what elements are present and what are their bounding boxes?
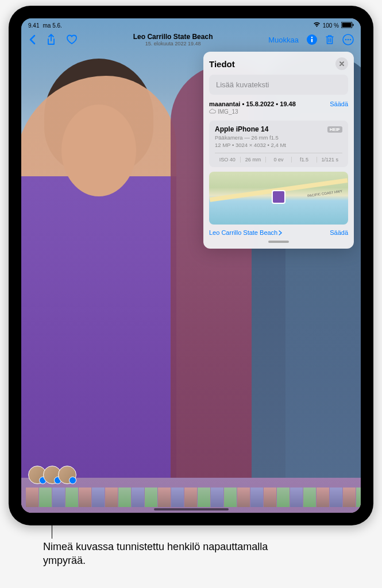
svg-rect-2: [353, 24, 354, 26]
svg-point-8: [348, 39, 349, 41]
map-road-label: PACIFIC COAST HWY: [307, 189, 342, 198]
svg-point-9: [350, 39, 352, 41]
thumbnail[interactable]: [250, 488, 263, 507]
thumbnail[interactable]: [79, 488, 91, 507]
thumbnail[interactable]: [277, 488, 290, 507]
adjust-location-button[interactable]: Säädä: [330, 229, 348, 236]
thumbnail[interactable]: [303, 488, 316, 507]
info-panel: Tiedot Lisää kuvateksti maanantai • 15.8…: [203, 52, 354, 249]
thumbnail[interactable]: [237, 488, 250, 507]
header-title-block: Leo Carrillo State Beach 15. elokuuta 20…: [133, 33, 213, 47]
thumbnail[interactable]: [198, 488, 210, 507]
resolution-info: 12 MP • 3024 × 4032 • 2,4 Mt: [215, 142, 342, 148]
wifi-icon: [313, 22, 321, 29]
photo-subtitle: 15. elokuuta 2022 19.48: [133, 41, 213, 47]
delete-button[interactable]: [325, 34, 334, 45]
more-button[interactable]: [342, 34, 354, 45]
lens-info: Pääkamera — 26 mm f1.5: [215, 134, 342, 141]
photo-filename: IMG_13: [209, 109, 296, 115]
svg-point-4: [311, 37, 313, 38]
cloud-icon: [209, 109, 216, 115]
info-button[interactable]: [307, 34, 317, 45]
thumbnail[interactable]: [145, 488, 157, 507]
exif-focal: 26 mm: [241, 157, 267, 163]
status-date: ma 5.6.: [43, 22, 61, 29]
home-indicator[interactable]: [154, 508, 229, 510]
photo-date: maanantai • 15.8.2022 • 19.48: [209, 100, 296, 107]
status-bar: 9.41 ma 5.6. 100 %: [21, 20, 361, 31]
screen: 9.41 ma 5.6. 100 %: [21, 18, 361, 513]
thumbnail[interactable]: [118, 488, 131, 507]
close-button[interactable]: [335, 57, 348, 70]
thumbnail[interactable]: [132, 488, 144, 507]
thumbnail[interactable]: [65, 488, 78, 507]
exif-aperture: f1.5: [292, 157, 318, 163]
svg-rect-5: [311, 39, 312, 42]
thumbnail[interactable]: [26, 488, 38, 507]
thumbnail[interactable]: [356, 488, 361, 507]
info-panel-title: Tiedot: [209, 59, 235, 69]
exif-shutter: 1/121 s: [317, 157, 342, 163]
exif-iso: ISO 40: [215, 157, 241, 163]
exif-ev: 0 ev: [266, 157, 292, 163]
status-time: 9.41: [28, 22, 39, 29]
location-map[interactable]: PACIFIC COAST HWY: [209, 172, 348, 225]
thumbnail[interactable]: [184, 488, 197, 507]
map-pin-icon: [272, 190, 285, 204]
battery-icon: [341, 22, 354, 29]
callout-text: Nimeä kuvassa tunnistettu henkilö napaut…: [43, 540, 284, 568]
thumbnail[interactable]: [39, 488, 52, 507]
thumbnail[interactable]: [264, 488, 276, 507]
favorite-button[interactable]: [66, 34, 78, 45]
thumbnail[interactable]: [330, 488, 342, 507]
caption-input[interactable]: Lisää kuvateksti: [209, 75, 348, 95]
thumbnail[interactable]: [343, 488, 356, 507]
exif-row: ISO 40 26 mm 0 ev f1.5 1/121 s: [215, 153, 342, 163]
svg-point-7: [345, 39, 347, 41]
edit-button[interactable]: Muokkaa: [268, 36, 299, 44]
thumbnail[interactable]: [317, 488, 329, 507]
camera-info-box: Apple iPhone 14 HEIF Pääkamera — 26 mm f…: [209, 121, 348, 167]
thumbnail[interactable]: [105, 488, 118, 507]
thumbnail[interactable]: [52, 488, 65, 507]
back-button[interactable]: [28, 34, 36, 45]
thumbnail[interactable]: [92, 488, 105, 507]
person-circle[interactable]: [58, 466, 76, 484]
svg-rect-1: [342, 22, 352, 27]
share-button[interactable]: [47, 34, 56, 45]
thumbnail[interactable]: [171, 488, 184, 507]
thumbnail[interactable]: [224, 488, 237, 507]
top-toolbar: Leo Carrillo State Beach 15. elokuuta 20…: [21, 31, 361, 48]
thumbnail[interactable]: [290, 488, 303, 507]
ipad-frame: 9.41 ma 5.6. 100 %: [9, 6, 373, 525]
thumbnail[interactable]: [158, 488, 171, 507]
adjust-date-button[interactable]: Säädä: [330, 100, 348, 107]
detected-people-row: [28, 466, 73, 484]
battery-percent: 100 %: [323, 22, 339, 29]
drag-handle[interactable]: [268, 241, 289, 243]
format-badge: HEIF: [327, 126, 342, 133]
thumbnail-strip[interactable]: [21, 488, 361, 507]
photo-title: Leo Carrillo State Beach: [133, 33, 213, 41]
thumbnail[interactable]: [211, 488, 223, 507]
camera-model: Apple iPhone 14: [215, 125, 268, 133]
location-link[interactable]: Leo Carrillo State Beach: [209, 229, 282, 236]
